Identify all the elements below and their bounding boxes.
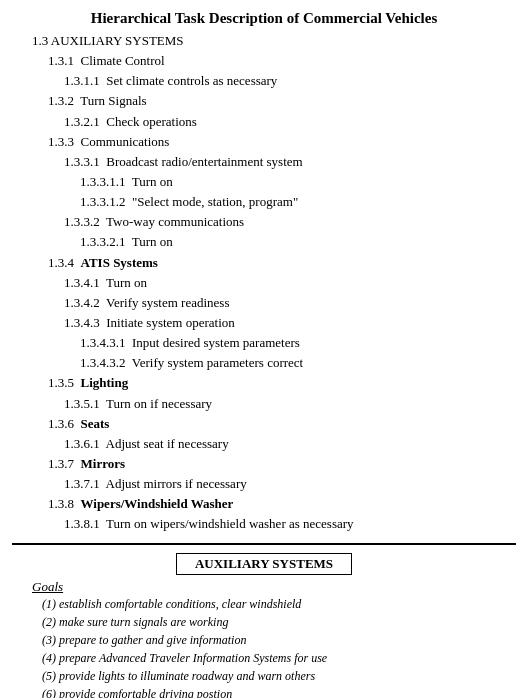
outline-item: 1.3.3.1.1 Turn on (80, 172, 516, 192)
outline-item-label: Mirrors (81, 456, 126, 471)
outline-item-label: Climate Control (81, 53, 165, 68)
outline-item: 1.3.8 Wipers/Windshield Washer (48, 494, 516, 514)
outline-item-label: Check operations (106, 114, 197, 129)
outline-item-label: Seats (81, 416, 110, 431)
outline-item: 1.3.3.1 Broadcast radio/entertainment sy… (64, 152, 516, 172)
goal-item: (5) provide lights to illuminate roadway… (42, 667, 516, 685)
outline-item: 1.3.7.1 Adjust mirrors if necessary (64, 474, 516, 494)
outline-item: 1.3.8.1 Turn on wipers/windshield washer… (64, 514, 516, 534)
outline-item-label: Adjust seat if necessary (106, 436, 229, 451)
outline-item-label: Lighting (81, 375, 129, 390)
outline-item-label: Turn on (132, 174, 173, 189)
outline-item: 1.3.4.3.1 Input desired system parameter… (80, 333, 516, 353)
outline-item-label: Turn on (132, 234, 173, 249)
outline-item: 1.3.2 Turn Signals (48, 91, 516, 111)
outline-item: 1.3.7 Mirrors (48, 454, 516, 474)
goals-list: (1) establish comfortable conditions, cl… (32, 595, 516, 698)
outline-item: 1.3.4.1 Turn on (64, 273, 516, 293)
outline-item: 1.3.4.2 Verify system readiness (64, 293, 516, 313)
goal-item: (6) provide comfortable driving postion (42, 685, 516, 698)
goals-title: Goals (32, 579, 516, 595)
outline-item-label: Verify system readiness (106, 295, 229, 310)
outline-item-label: Two-way communications (106, 214, 244, 229)
outline-item: 1.3.3.1.2 "Select mode, station, program… (80, 192, 516, 212)
outline-item-label: Turn on if necessary (106, 396, 212, 411)
outline-item-label: "Select mode, station, program" (132, 194, 298, 209)
outline-item: 1.3.3 Communications (48, 132, 516, 152)
outline-item-label: Input desired system parameters (132, 335, 300, 350)
outline-item-label: Initiate system operation (106, 315, 235, 330)
outline-item-label: Adjust mirrors if necessary (106, 476, 247, 491)
aux-systems-box: AUXILIARY SYSTEMS (176, 553, 352, 575)
outline-item-label: Broadcast radio/entertainment system (106, 154, 302, 169)
goal-item: (1) establish comfortable conditions, cl… (42, 595, 516, 613)
outline-item: 1.3.4.3 Initiate system operation (64, 313, 516, 333)
outline-item: 1.3.2.1 Check operations (64, 112, 516, 132)
outline-item-label: Turn on wipers/windshield washer as nece… (106, 516, 354, 531)
outline-item: 1.3.3.2 Two-way communications (64, 212, 516, 232)
outline-section: 1.3 AUXILIARY SYSTEMS (12, 31, 516, 51)
outline-item-label: Turn Signals (80, 93, 146, 108)
outline-item-label: Verify system parameters correct (132, 355, 303, 370)
page: Hierarchical Task Description of Commerc… (0, 0, 528, 698)
outline-item: 1.3.4 ATIS Systems (48, 253, 516, 273)
goals-section: Goals (1) establish comfortable conditio… (12, 579, 516, 698)
outline-item: 1.3.1 Climate Control (48, 51, 516, 71)
outline-item-label: Wipers/Windshield Washer (81, 496, 234, 511)
outline-items: 1.3.1 Climate Control1.3.1.1 Set climate… (12, 51, 516, 534)
outline-item-label: ATIS Systems (81, 255, 158, 270)
outline-item: 1.3.6 Seats (48, 414, 516, 434)
outline-item-label: Communications (81, 134, 170, 149)
outline-item: 1.3.5.1 Turn on if necessary (64, 394, 516, 414)
outline-item-label: Set climate controls as necessary (106, 73, 277, 88)
divider (12, 543, 516, 545)
outline-item: 1.3.5 Lighting (48, 373, 516, 393)
page-title: Hierarchical Task Description of Commerc… (12, 10, 516, 27)
goal-item: (2) make sure turn signals are working (42, 613, 516, 631)
outline-item: 1.3.4.3.2 Verify system parameters corre… (80, 353, 516, 373)
outline-item: 1.3.6.1 Adjust seat if necessary (64, 434, 516, 454)
outline-item-label: Turn on (106, 275, 147, 290)
section-heading: 1.3 AUXILIARY SYSTEMS (32, 31, 516, 51)
outline-item: 1.3.1.1 Set climate controls as necessar… (64, 71, 516, 91)
goal-item: (4) prepare Advanced Traveler Informatio… (42, 649, 516, 667)
goal-item: (3) prepare to gather and give informati… (42, 631, 516, 649)
outline-item: 1.3.3.2.1 Turn on (80, 232, 516, 252)
